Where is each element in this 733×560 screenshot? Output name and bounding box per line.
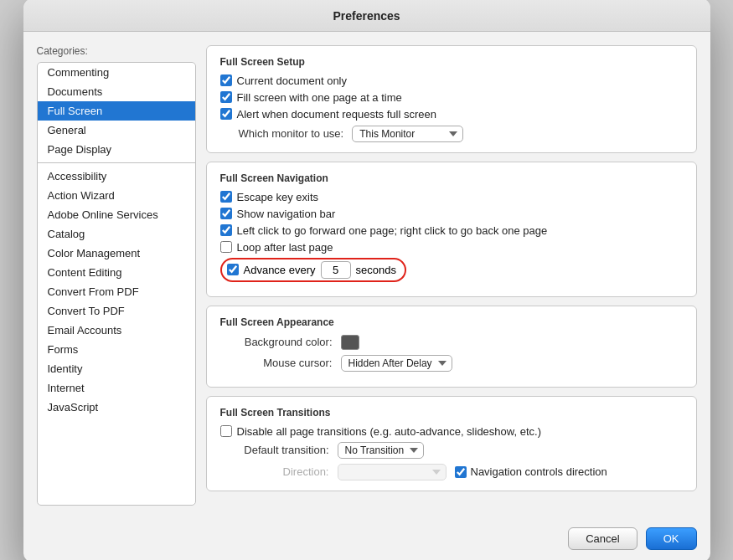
sidebar-item-page-display[interactable]: Page Display [38,140,195,159]
sidebar-list: Commenting Documents Full Screen General… [37,62,196,506]
monitor-label: Which monitor to use: [239,127,344,140]
sidebar-label: Categories: [37,45,196,57]
nav-option1-row: Escape key exits [220,191,683,203]
nav-option2-row: Show navigation bar [220,208,683,220]
nav-option4-row: Loop after last page [220,241,683,254]
bg-color-row: Background color: [224,335,683,350]
sidebar-item-internet[interactable]: Internet [38,378,195,398]
setup-option3-label[interactable]: Alert when document requests full screen [220,108,436,121]
advance-checkbox[interactable] [227,264,239,275]
sidebar-item-content-editing[interactable]: Content Editing [38,263,195,282]
advance-unit: seconds [356,264,396,276]
default-transition-row: Default transition: No Transition Blinds… [220,442,683,459]
sidebar-item-color-management[interactable]: Color Management [38,244,195,263]
bg-color-swatch[interactable] [341,335,359,350]
setup-option2-checkbox[interactable] [220,91,232,103]
setup-option2-row: Fill screen with one page at a time [220,91,683,104]
sidebar-item-javascript[interactable]: JavaScript [38,398,195,417]
sidebar: Categories: Commenting Documents Full Sc… [37,45,196,506]
appearance-title: Full Screen Appearance [220,316,683,328]
advance-row: Advance every seconds [220,258,683,282]
direction-label: Direction: [220,465,329,478]
nav-controls-label[interactable]: Navigation controls direction [455,465,607,478]
sidebar-item-full-screen[interactable]: Full Screen [38,101,195,121]
setup-option2-label[interactable]: Fill screen with one page at a time [220,91,402,104]
nav-option3-row: Left click to go forward one page; right… [220,224,683,237]
advance-label: Advance every [244,264,316,276]
click-forward-checkbox[interactable] [220,224,232,236]
escape-key-checkbox[interactable] [220,191,232,203]
transitions-title: Full Screen Transitions [220,407,683,419]
nav-title: Full Screen Navigation [220,172,683,184]
disable-transitions-label[interactable]: Disable all page transitions (e.g. auto-… [220,425,541,438]
setup-option1-row: Current document only [220,74,683,87]
sidebar-item-commenting[interactable]: Commenting [38,63,195,82]
full-screen-appearance-section: Full Screen Appearance Background color:… [206,306,697,388]
main-content: Full Screen Setup Current document only … [206,45,697,506]
mouse-cursor-row: Mouse cursor: Hidden After Delay Always … [224,355,683,372]
sidebar-item-accessibility[interactable]: Accessibility [38,167,195,186]
mouse-cursor-select[interactable]: Hidden After Delay Always Visible Always… [341,355,452,372]
cancel-button[interactable]: Cancel [568,527,637,550]
sidebar-divider [38,162,195,163]
setup-option3-checkbox[interactable] [220,108,232,120]
default-transition-select[interactable]: No Transition Blinds Box Dissolve Fade [338,442,424,459]
disable-transitions-row: Disable all page transitions (e.g. auto-… [220,425,683,438]
direction-select [338,464,447,480]
default-transition-label: Default transition: [220,444,329,456]
loop-checkbox[interactable] [220,241,232,253]
show-nav-bar-checkbox[interactable] [220,208,232,219]
bg-color-label: Background color: [224,336,333,348]
dialog-footer: Cancel OK [23,519,710,561]
monitor-row: Which monitor to use: This Monitor Prima… [239,126,683,142]
sidebar-item-identity[interactable]: Identity [38,359,195,378]
setup-option1-checkbox[interactable] [220,74,232,86]
advance-highlight: Advance every seconds [220,258,406,282]
sidebar-item-email-accounts[interactable]: Email Accounts [38,321,195,340]
monitor-select[interactable]: This Monitor Primary Monitor Secondary M… [352,126,463,142]
setup-option3-row: Alert when document requests full screen [220,108,683,121]
preferences-dialog: Preferences Categories: Commenting Docum… [23,0,710,560]
sidebar-item-documents[interactable]: Documents [38,82,195,101]
full-screen-transitions-section: Full Screen Transitions Disable all page… [206,396,697,491]
sidebar-item-adobe-online[interactable]: Adobe Online Services [38,205,195,224]
nav-option1-label[interactable]: Escape key exits [220,191,319,203]
sidebar-item-convert-to-pdf[interactable]: Convert To PDF [38,301,195,321]
dialog-body: Categories: Commenting Documents Full Sc… [23,32,710,519]
full-screen-setup-section: Full Screen Setup Current document only … [206,45,697,153]
sidebar-item-convert-from-pdf[interactable]: Convert From PDF [38,282,195,301]
nav-option2-label[interactable]: Show navigation bar [220,208,336,220]
sidebar-item-forms[interactable]: Forms [38,340,195,359]
setup-title: Full Screen Setup [220,56,683,68]
sidebar-item-action-wizard[interactable]: Action Wizard [38,186,195,205]
mouse-cursor-label: Mouse cursor: [224,357,333,369]
ok-button[interactable]: OK [646,527,697,550]
sidebar-item-catalog[interactable]: Catalog [38,224,195,244]
disable-transitions-checkbox[interactable] [220,425,232,437]
full-screen-navigation-section: Full Screen Navigation Escape key exits … [206,162,697,297]
nav-option4-label[interactable]: Loop after last page [220,241,333,254]
nav-controls-checkbox[interactable] [455,466,467,478]
setup-option1-label[interactable]: Current document only [220,74,348,87]
sidebar-item-general[interactable]: General [38,121,195,140]
advance-value-input[interactable] [321,261,351,279]
direction-row: Direction: Navigation controls direction [220,464,683,480]
nav-option3-label[interactable]: Left click to go forward one page; right… [220,224,548,237]
dialog-title: Preferences [23,0,710,32]
